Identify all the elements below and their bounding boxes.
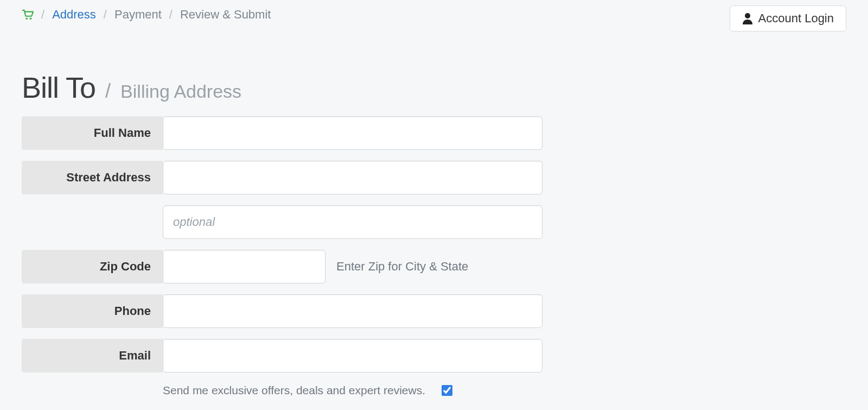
offers-checkbox[interactable] — [442, 385, 452, 396]
svg-point-2 — [745, 13, 750, 18]
user-icon — [742, 12, 753, 24]
breadcrumb-separator: / — [41, 8, 44, 22]
row-street-address-2 — [22, 205, 542, 239]
label-email: Email — [22, 339, 163, 373]
full-name-input[interactable] — [163, 116, 542, 150]
cart-icon[interactable] — [22, 9, 34, 20]
svg-point-1 — [30, 17, 32, 20]
page-title-sub: Billing Address — [120, 81, 241, 102]
email-input[interactable] — [163, 339, 542, 373]
row-street-address: Street Address — [22, 161, 542, 194]
row-full-name: Full Name — [22, 116, 542, 150]
billing-form: Full Name Street Address Zip Code Enter … — [22, 116, 542, 398]
breadcrumb-payment[interactable]: Payment — [114, 8, 162, 22]
row-email: Email — [22, 339, 542, 373]
street-address-2-input[interactable] — [163, 205, 542, 239]
row-phone: Phone — [22, 294, 542, 328]
breadcrumb-review-submit[interactable]: Review & Submit — [180, 8, 271, 22]
breadcrumb-separator: / — [169, 8, 173, 22]
row-zip-code: Zip Code Enter Zip for City & State — [22, 250, 542, 283]
page-title-main: Bill To — [22, 71, 95, 104]
label-full-name: Full Name — [22, 116, 163, 150]
offers-text: Send me exclusive offers, deals and expe… — [163, 384, 425, 397]
page-title-separator: / — [105, 80, 111, 103]
breadcrumb: / Address / Payment / Review & Submit — [22, 8, 846, 22]
label-phone: Phone — [22, 294, 163, 328]
label-street-address: Street Address — [22, 161, 163, 194]
breadcrumb-separator: / — [104, 8, 107, 22]
row-offers: Send me exclusive offers, deals and expe… — [22, 383, 542, 398]
account-login-label: Account Login — [758, 11, 834, 26]
label-street-address-2 — [22, 205, 163, 239]
breadcrumb-address[interactable]: Address — [52, 8, 96, 22]
account-login-button[interactable]: Account Login — [730, 5, 846, 31]
phone-input[interactable] — [163, 294, 542, 328]
svg-point-0 — [25, 17, 28, 20]
zip-code-input[interactable] — [163, 250, 326, 283]
zip-helper-text: Enter Zip for City & State — [336, 260, 468, 274]
street-address-input[interactable] — [163, 161, 542, 194]
label-zip-code: Zip Code — [22, 250, 163, 283]
page-title: Bill To / Billing Address — [22, 71, 846, 104]
